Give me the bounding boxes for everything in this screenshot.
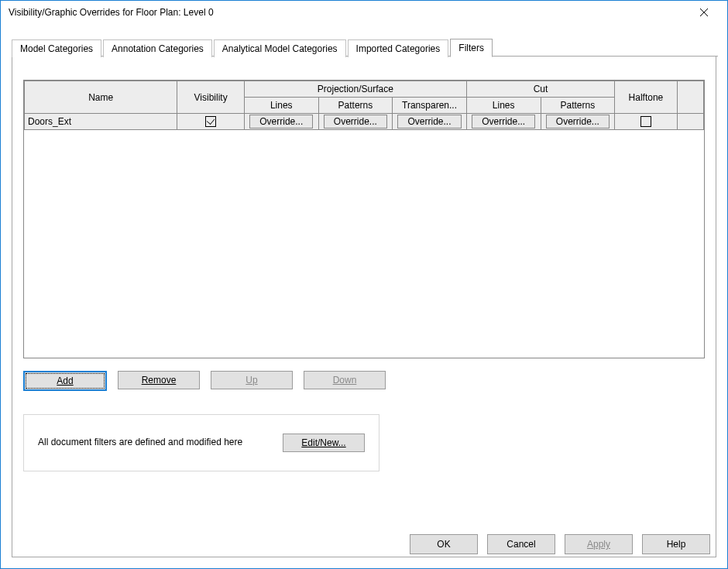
cell-cut-lines[interactable]: Override... <box>466 114 541 130</box>
down-button: Down <box>304 371 386 389</box>
cell-visibility[interactable] <box>177 114 245 130</box>
cell-proj-lines[interactable]: Override... <box>244 114 318 130</box>
dialog-footer: OK Cancel Apply Help <box>410 534 710 554</box>
col-header-tail <box>677 81 703 114</box>
col-header-cut-lines[interactable]: Lines <box>466 98 541 114</box>
cell-tail <box>677 114 703 130</box>
col-header-proj-lines[interactable]: Lines <box>244 98 318 114</box>
close-icon <box>699 8 709 17</box>
ok-button[interactable]: OK <box>410 534 478 554</box>
cancel-button[interactable]: Cancel <box>487 534 555 554</box>
cell-halftone[interactable] <box>615 114 678 130</box>
col-header-halftone[interactable]: Halftone <box>615 81 678 114</box>
cell-proj-patterns[interactable]: Override... <box>318 114 393 130</box>
col-header-proj-transparency[interactable]: Transparen... <box>393 98 467 114</box>
add-button-label: Add <box>57 375 73 386</box>
remove-button-label: Remove <box>142 375 177 386</box>
help-button[interactable]: Help <box>642 534 710 554</box>
tab-filters[interactable]: Filters <box>450 39 493 57</box>
col-header-projection-surface[interactable]: Projection/Surface <box>244 81 466 98</box>
col-header-cut-patterns[interactable]: Patterns <box>541 98 615 114</box>
override-button[interactable]: Override... <box>324 115 387 129</box>
grid-buttons-row: Add Remove Up Down <box>23 371 705 391</box>
checkbox-unchecked-icon[interactable] <box>640 116 651 127</box>
apply-button-label: Apply <box>587 539 610 550</box>
table-row[interactable]: Doors_Ext Override... Override... Overri… <box>25 114 704 130</box>
tabstrip: Model Categories Annotation Categories A… <box>1 24 727 57</box>
override-button[interactable]: Override... <box>397 115 461 129</box>
tab-annotation-categories[interactable]: Annotation Categories <box>103 39 212 57</box>
titlebar: Visibility/Graphic Overrides for Floor P… <box>1 1 727 24</box>
cell-proj-transparency[interactable]: Override... <box>393 114 467 130</box>
cell-cut-patterns[interactable]: Override... <box>541 114 615 130</box>
override-button[interactable]: Override... <box>472 115 535 129</box>
up-button-label: Up <box>246 375 257 386</box>
checkbox-checked-icon[interactable] <box>205 116 216 127</box>
remove-button[interactable]: Remove <box>118 371 200 389</box>
override-button[interactable]: Override... <box>249 115 313 129</box>
tab-model-categories[interactable]: Model Categories <box>12 39 101 57</box>
col-header-proj-patterns[interactable]: Patterns <box>318 98 393 114</box>
dialog-window: Visibility/Graphic Overrides for Floor P… <box>0 0 728 569</box>
dialog-title: Visibility/Graphic Overrides for Floor P… <box>9 7 689 18</box>
tab-analytical-model-categories[interactable]: Analytical Model Categories <box>214 39 346 57</box>
info-text: All document filters are defined and mod… <box>38 437 252 449</box>
col-header-visibility[interactable]: Visibility <box>177 81 245 114</box>
down-button-label: Down <box>333 375 357 386</box>
tab-panel-filters: Name Visibility Projection/Surface Cut H… <box>12 57 716 557</box>
tab-imported-categories[interactable]: Imported Categories <box>348 39 449 57</box>
filters-grid[interactable]: Name Visibility Projection/Surface Cut H… <box>23 80 705 358</box>
edit-new-button[interactable]: Edit/New... <box>283 434 365 452</box>
cell-name[interactable]: Doors_Ext <box>25 114 177 130</box>
up-button: Up <box>211 371 293 389</box>
edit-new-button-label: Edit/New... <box>301 437 345 448</box>
apply-button: Apply <box>565 534 633 554</box>
close-button[interactable] <box>689 1 719 24</box>
col-header-cut[interactable]: Cut <box>466 81 614 98</box>
override-button[interactable]: Override... <box>546 115 610 129</box>
info-box: All document filters are defined and mod… <box>23 414 379 471</box>
add-button[interactable]: Add <box>23 371 107 391</box>
col-header-name[interactable]: Name <box>25 81 177 114</box>
